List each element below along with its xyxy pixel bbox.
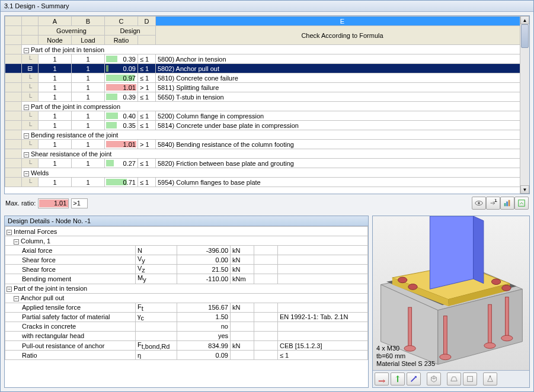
axis-z-icon[interactable] — [407, 372, 421, 385]
col-node: Node — [39, 36, 72, 45]
svg-rect-4 — [506, 201, 508, 206]
cell-load[interactable]: 1 — [72, 64, 105, 73]
cell-load[interactable]: 1 — [72, 121, 105, 130]
perspective-icon[interactable] — [447, 372, 461, 385]
cell-cmp: ≤ 1 — [138, 159, 156, 168]
collapse-icon[interactable]: − — [24, 105, 29, 110]
cell-node[interactable]: 1 — [39, 54, 72, 64]
group-row[interactable]: −Bending resistance of the joint — [22, 130, 529, 140]
details-group[interactable]: −Anchor pull out — [5, 293, 368, 303]
svg-point-14 — [398, 277, 407, 283]
cell-node[interactable]: 1 — [39, 178, 72, 187]
cell-load[interactable]: 1 — [72, 178, 105, 187]
group-row[interactable]: −Part of the joint in compression — [22, 102, 529, 111]
details-group[interactable]: −Internal Forces — [5, 227, 368, 236]
scroll-down[interactable]: ▼ — [520, 185, 529, 194]
model-viewer[interactable]: 4 x M30 tb=60 mm Material Steel S 235 — [372, 216, 530, 388]
cell-load[interactable]: 1 — [72, 83, 105, 92]
cell-desc[interactable]: 5810) Concrete cone failure — [156, 73, 529, 83]
cell-ratio[interactable]: 0.71 — [105, 178, 138, 187]
export-icon[interactable] — [514, 197, 529, 210]
cell-ratio[interactable]: 0.39 — [105, 92, 138, 102]
cell-node[interactable]: 1 — [39, 111, 72, 121]
group-row[interactable]: −Part of the joint in tension — [22, 45, 529, 54]
cell-load[interactable]: 1 — [72, 140, 105, 149]
grid-scrollbar[interactable]: ▲ ▼ — [520, 16, 529, 194]
cell-load[interactable]: 1 — [72, 92, 105, 102]
scroll-up[interactable]: ▲ — [520, 16, 529, 24]
svg-point-1 — [478, 202, 480, 204]
iso-icon[interactable] — [427, 372, 441, 385]
svg-point-25 — [440, 354, 451, 360]
svg-point-16 — [502, 285, 511, 291]
cell-desc[interactable]: 5840) Bending resistance of the column f… — [156, 140, 529, 149]
details-group[interactable]: −Column, 1 — [5, 236, 368, 246]
cell-desc[interactable]: 5820) Friction between base plate and gr… — [156, 159, 529, 168]
col-cmp — [138, 36, 156, 45]
cell-ratio[interactable]: 0.35 — [105, 121, 138, 130]
cell-ratio[interactable]: 0.97 — [105, 73, 138, 83]
cell-node[interactable]: 1 — [39, 159, 72, 168]
details-grid[interactable]: −Internal Forces−Column, 1Axial force N … — [5, 226, 368, 387]
cell-node[interactable]: 1 — [39, 73, 72, 83]
cell-node[interactable]: 1 — [39, 92, 72, 102]
axis-y-icon[interactable] — [391, 372, 405, 385]
group-row[interactable]: −Shear resistance of the joint — [22, 149, 529, 159]
tree-branch: └ — [22, 83, 39, 92]
cell-cmp: ≤ 1 — [138, 64, 156, 73]
cell-load[interactable]: 1 — [72, 54, 105, 64]
cell-ratio[interactable]: 0.40 — [105, 111, 138, 121]
cell-ratio[interactable]: 1.01 — [105, 140, 138, 149]
collapse-icon[interactable]: − — [24, 152, 29, 158]
tree-branch: ⊟ — [22, 64, 39, 73]
cell-ratio[interactable]: 0.27 — [105, 159, 138, 168]
axis-x-icon[interactable] — [375, 372, 389, 385]
box-icon[interactable] — [463, 372, 477, 385]
cell-desc[interactable]: 5800) Anchor in tension — [156, 54, 529, 64]
collapse-icon[interactable]: − — [7, 287, 12, 292]
chart-icon[interactable] — [500, 197, 514, 210]
cell-desc[interactable]: 5802) Anchor pull out — [156, 64, 529, 73]
cell-desc[interactable]: 5650) T-stub in tension — [156, 92, 529, 102]
collapse-icon[interactable]: − — [24, 48, 29, 53]
row-header — [5, 45, 22, 54]
cell-load[interactable]: 1 — [72, 73, 105, 83]
cell-node[interactable]: 1 — [39, 140, 72, 149]
details-unit: kNm — [231, 274, 254, 284]
cell-desc[interactable]: 5811) Splitting failure — [156, 83, 529, 92]
details-spacer — [254, 322, 278, 331]
col-letter: E — [156, 17, 529, 26]
details-value: 1.50 — [177, 312, 231, 322]
cell-ratio[interactable]: 0.39 — [105, 54, 138, 64]
cell-load[interactable]: 1 — [72, 159, 105, 168]
row-header — [5, 168, 22, 178]
row-header — [5, 83, 22, 92]
collapse-icon[interactable]: − — [14, 296, 19, 301]
collapse-icon[interactable]: − — [7, 230, 12, 235]
collapse-icon[interactable]: − — [24, 171, 29, 176]
cell-desc[interactable]: 5200) Column flange in compression — [156, 111, 529, 121]
collapse-icon[interactable]: − — [14, 239, 19, 245]
collapse-icon[interactable]: − — [24, 133, 29, 139]
group-row[interactable]: −Welds — [22, 168, 529, 178]
eye-icon[interactable] — [472, 197, 486, 210]
details-ref: EN 1992-1-1: Tab. 2.1N — [278, 312, 368, 322]
cell-node[interactable]: 1 — [39, 121, 72, 130]
view-cone-icon[interactable] — [483, 372, 497, 385]
details-group[interactable]: −Part of the joint in tension — [5, 284, 368, 293]
cell-desc[interactable]: 5954) Column flanges to base plate — [156, 178, 529, 187]
details-unit — [231, 331, 254, 340]
cell-ratio[interactable]: 0.09 — [105, 64, 138, 73]
scroll-thumb[interactable] — [521, 24, 529, 48]
cell-ratio[interactable]: 1.01 — [105, 83, 138, 92]
cell-cmp: ≤ 1 — [138, 178, 156, 187]
cell-load[interactable]: 1 — [72, 111, 105, 121]
cell-node[interactable]: 1 — [39, 83, 72, 92]
goto-icon[interactable]: 1 — [486, 197, 500, 210]
design-summary-grid[interactable]: A B C D E Governing Design Check Accordi… — [4, 15, 530, 194]
details-spacer — [254, 340, 278, 350]
cell-desc[interactable]: 5814) Concrete under base plate in compr… — [156, 121, 529, 130]
cell-node[interactable]: 1 — [39, 64, 72, 73]
row-header — [5, 130, 22, 140]
tree-branch: └ — [22, 54, 39, 64]
